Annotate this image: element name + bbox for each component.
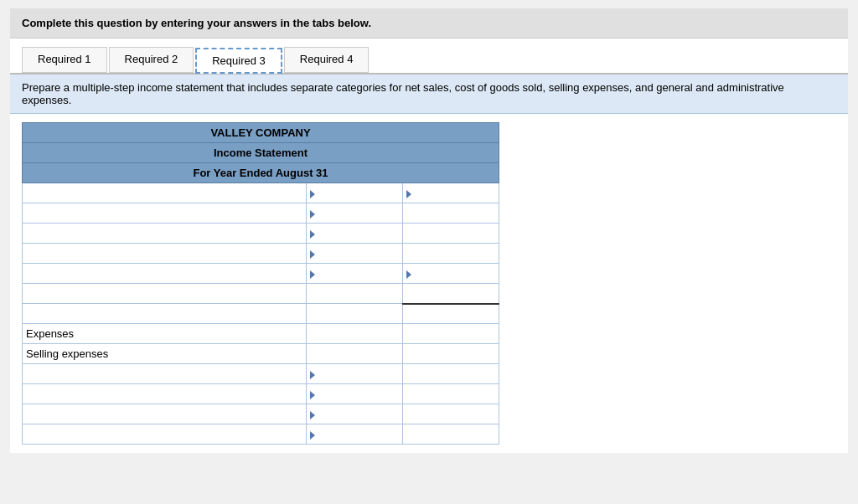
table-row — [23, 224, 499, 244]
table-row — [23, 264, 499, 284]
table-row — [23, 203, 499, 224]
input-cell-mid[interactable] — [307, 264, 403, 284]
period: For Year Ended August 31 — [23, 163, 499, 183]
input-cell-right[interactable] — [403, 304, 499, 324]
income-table: VALLEY COMPANY Income Statement For Year… — [22, 122, 499, 445]
input-cell-mid[interactable] — [307, 224, 403, 244]
table-row — [23, 284, 499, 304]
input-cell-right[interactable] — [403, 224, 499, 244]
input-cell-right[interactable] — [403, 284, 499, 304]
input-cell-mid[interactable] — [307, 183, 403, 203]
input-cell-mid[interactable] — [307, 404, 403, 424]
company-name: VALLEY COMPANY — [23, 123, 499, 143]
input-cell-mid[interactable] — [307, 364, 403, 384]
input-cell-mid[interactable] — [307, 344, 403, 364]
input-cell-right[interactable] — [403, 364, 499, 384]
input-cell-right[interactable] — [403, 203, 499, 224]
description-area: Prepare a multiple-step income statement… — [10, 75, 848, 114]
tab-required-4[interactable]: Required 4 — [284, 47, 370, 73]
description-text: Prepare a multiple-step income statement… — [22, 81, 784, 106]
table-row — [23, 424, 499, 445]
tabs-area: Required 1 Required 2 Required 3 Require… — [10, 39, 848, 75]
triangle-icon — [406, 190, 411, 198]
tab-required-2[interactable]: Required 2 — [109, 47, 194, 73]
input-cell-right[interactable] — [403, 384, 499, 404]
triangle-icon — [310, 270, 315, 279]
table-body: ExpensesSelling expenses — [23, 183, 499, 445]
triangle-icon — [310, 431, 315, 440]
triangle-icon — [310, 210, 315, 219]
table-row — [23, 304, 499, 324]
tab-required-1[interactable]: Required 1 — [22, 47, 107, 73]
header-row-company: VALLEY COMPANY — [23, 123, 499, 143]
header-row-period: For Year Ended August 31 — [23, 163, 499, 183]
table-row — [23, 244, 499, 264]
table-row — [23, 404, 499, 424]
triangle-icon — [310, 230, 315, 239]
triangle-icon — [310, 250, 315, 259]
input-cell-right[interactable] — [403, 244, 499, 264]
input-cell-mid[interactable] — [307, 304, 403, 324]
table-row: Expenses — [23, 324, 499, 344]
triangle-icon — [310, 190, 315, 198]
triangle-icon — [310, 371, 315, 379]
statement-title: Income Statement — [23, 143, 499, 163]
input-cell-mid[interactable] — [307, 203, 403, 224]
input-cell-mid[interactable] — [307, 384, 403, 404]
input-cell-right[interactable] — [403, 264, 499, 284]
table-row: Selling expenses — [23, 344, 499, 364]
table-row — [23, 364, 499, 384]
tab-required-3[interactable]: Required 3 — [195, 48, 282, 74]
input-cell-right[interactable] — [403, 183, 499, 203]
table-row — [23, 384, 499, 404]
input-cell-mid[interactable] — [307, 424, 403, 445]
input-cell-mid[interactable] — [307, 284, 403, 304]
input-cell-right[interactable] — [403, 404, 499, 424]
table-row — [23, 183, 499, 203]
input-cell-mid[interactable] — [307, 324, 403, 344]
input-cell-right[interactable] — [403, 424, 499, 445]
instruction-text: Complete this question by entering your … — [22, 17, 371, 29]
instruction-bar: Complete this question by entering your … — [10, 8, 848, 39]
header-row-title: Income Statement — [23, 143, 499, 163]
table-container: VALLEY COMPANY Income Statement For Year… — [10, 114, 848, 453]
page-wrapper: Complete this question by entering your … — [10, 8, 848, 453]
input-cell-right[interactable] — [403, 324, 499, 344]
input-cell-mid[interactable] — [307, 244, 403, 264]
triangle-icon — [406, 270, 411, 279]
tabs-row: Required 1 Required 2 Required 3 Require… — [22, 47, 836, 73]
input-cell-right[interactable] — [403, 344, 499, 364]
triangle-icon — [310, 411, 315, 419]
triangle-icon — [310, 391, 315, 399]
